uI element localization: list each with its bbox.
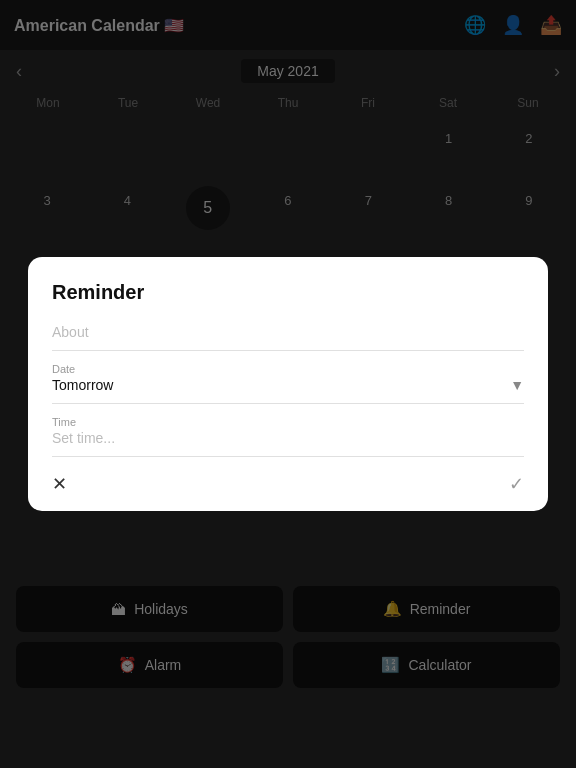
date-label: Date xyxy=(52,363,524,375)
date-value: Tomorrow xyxy=(52,377,113,393)
modal-title: Reminder xyxy=(52,281,524,304)
about-field: About xyxy=(52,324,524,351)
modal-actions: ✕ ✓ xyxy=(52,473,524,495)
reminder-modal: Reminder About Date Tomorrow ▼ Time Set … xyxy=(28,257,548,511)
time-field: Time Set time... xyxy=(52,416,524,457)
time-label: Time xyxy=(52,416,524,428)
modal-close-button[interactable]: ✕ xyxy=(52,473,67,495)
time-placeholder[interactable]: Set time... xyxy=(52,430,524,456)
date-field[interactable]: Date Tomorrow ▼ xyxy=(52,363,524,404)
modal-confirm-button[interactable]: ✓ xyxy=(509,473,524,495)
about-placeholder[interactable]: About xyxy=(52,324,524,350)
date-dropdown-icon: ▼ xyxy=(510,377,524,393)
modal-overlay: Reminder About Date Tomorrow ▼ Time Set … xyxy=(0,0,576,768)
date-select-row: Tomorrow ▼ xyxy=(52,377,524,403)
